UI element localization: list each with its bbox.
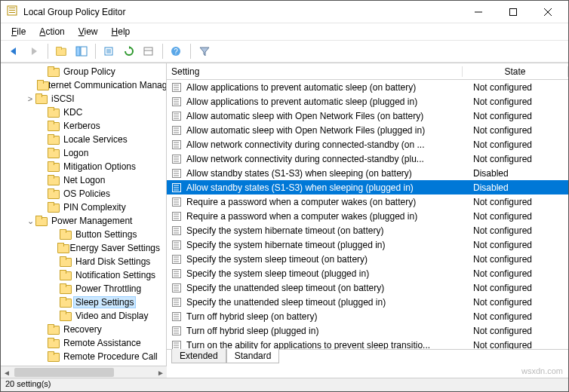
- policy-state-label: Disabled: [463, 182, 568, 193]
- policy-setting-label: Allow network connectivity during connec…: [186, 139, 425, 150]
- folder-icon: [60, 311, 72, 321]
- tree-item[interactable]: OS Policies: [1, 187, 166, 201]
- column-header-setting[interactable]: Setting: [167, 66, 463, 77]
- tree-item[interactable]: ⌄Power Management: [1, 214, 166, 228]
- policy-row[interactable]: Allow network connectivity during connec…: [167, 137, 568, 152]
- tree-item[interactable]: Recovery: [1, 323, 166, 336]
- policy-row[interactable]: Specify the system hibernate timeout (pl…: [167, 237, 568, 252]
- refresh-button[interactable]: [120, 43, 138, 60]
- svg-rect-2: [9, 10, 15, 11]
- tree-item[interactable]: Power Throttling: [1, 282, 166, 296]
- tree-item-label: Mitigation Options: [62, 161, 137, 172]
- tab-extended[interactable]: Extended: [171, 349, 226, 363]
- folder-icon: [48, 121, 60, 131]
- folder-icon: [60, 229, 72, 240]
- policy-setting-label: Specify the system hibernate timeout (pl…: [186, 240, 385, 250]
- policy-row[interactable]: Allow network connectivity during connec…: [167, 152, 568, 166]
- policy-state-label: Not configured: [463, 297, 568, 308]
- policy-list[interactable]: Allow applications to prevent automatic …: [167, 80, 568, 349]
- folder-icon: [48, 107, 60, 118]
- menu-action[interactable]: Action: [33, 25, 70, 38]
- tree-item[interactable]: >iSCSI: [1, 92, 166, 106]
- policy-row[interactable]: Turn on the ability for applications to …: [167, 338, 568, 349]
- tree-panel[interactable]: Group PolicyInternet Communication Manag…: [1, 63, 167, 366]
- svg-rect-5: [510, 8, 517, 15]
- separator: [162, 44, 163, 59]
- tree-item[interactable]: Kerberos: [1, 119, 166, 133]
- policy-row[interactable]: Require a password when a computer wakes…: [167, 209, 568, 223]
- policy-row[interactable]: Specify the system sleep timeout (on bat…: [167, 252, 568, 266]
- maximize-button[interactable]: [496, 2, 531, 23]
- policy-row[interactable]: Allow applications to prevent automatic …: [167, 80, 568, 94]
- tree-item[interactable]: Remote Assistance: [1, 336, 166, 350]
- column-header-state[interactable]: State: [463, 66, 568, 77]
- folder-icon: [60, 283, 72, 294]
- tree-item[interactable]: Locale Services: [1, 133, 166, 146]
- tree-item[interactable]: Net Logon: [1, 173, 166, 187]
- filter-button[interactable]: [195, 43, 214, 60]
- tab-standard[interactable]: Standard: [226, 349, 280, 363]
- policy-setting-label: Specify the system hibernate timeout (on…: [186, 225, 383, 236]
- app-icon: [7, 5, 19, 19]
- tree-item[interactable]: Sleep Settings: [1, 296, 166, 309]
- tree-item[interactable]: Group Policy: [1, 65, 166, 78]
- tree-item[interactable]: PIN Complexity: [1, 201, 166, 214]
- toolbar: ?: [1, 40, 568, 63]
- policy-row[interactable]: Allow automatic sleep with Open Network …: [167, 123, 568, 137]
- policy-setting-label: Allow standby states (S1-S3) when sleepi…: [186, 182, 414, 193]
- list-header: Setting State: [167, 63, 568, 80]
- policy-state-label: Not configured: [463, 82, 568, 93]
- up-button[interactable]: [53, 43, 71, 60]
- back-button[interactable]: [5, 43, 23, 60]
- tree-item[interactable]: Energy Saver Settings: [1, 241, 166, 255]
- policy-row[interactable]: Specify the unattended sleep timeout (pl…: [167, 295, 568, 309]
- menu-view[interactable]: View: [72, 25, 104, 38]
- tree-item[interactable]: Notification Settings: [1, 268, 166, 282]
- tree-item[interactable]: Button Settings: [1, 228, 166, 241]
- policy-setting-label: Specify the system sleep timeout (on bat…: [186, 254, 368, 265]
- tree-item[interactable]: Logon: [1, 146, 166, 160]
- folder-icon: [48, 338, 60, 348]
- tree-item-label: Remote Procedure Call: [62, 351, 159, 362]
- tree-item-label: Notification Settings: [74, 270, 157, 280]
- menu-file[interactable]: File: [5, 25, 32, 38]
- policy-row[interactable]: Allow standby states (S1-S3) when sleepi…: [167, 166, 568, 180]
- forward-button[interactable]: [25, 43, 43, 60]
- folder-icon: [35, 93, 48, 104]
- tree-item[interactable]: KDC: [1, 106, 166, 119]
- minimize-button[interactable]: [461, 2, 496, 23]
- menu-help[interactable]: Help: [106, 25, 137, 38]
- policy-setting-label: Allow applications to prevent automatic …: [186, 96, 417, 107]
- folder-icon: [48, 202, 60, 213]
- policy-row[interactable]: Allow automatic sleep with Open Network …: [167, 109, 568, 123]
- tree-item[interactable]: Internet Communication Management: [1, 78, 166, 92]
- folder-icon: [57, 243, 66, 253]
- policy-row[interactable]: Specify the system hibernate timeout (on…: [167, 223, 568, 237]
- policy-row[interactable]: Specify the unattended sleep timeout (on…: [167, 280, 568, 295]
- policy-row[interactable]: Require a password when a computer wakes…: [167, 194, 568, 209]
- policy-state-label: Disabled: [463, 168, 568, 179]
- tree-item-label: Group Policy: [62, 66, 117, 77]
- policy-state-label: Not configured: [463, 154, 568, 164]
- tree-item[interactable]: Video and Display: [1, 309, 166, 323]
- properties-button[interactable]: [140, 43, 158, 60]
- help-button[interactable]: ?: [168, 43, 186, 60]
- tree-item-label: Internet Communication Management: [39, 80, 167, 90]
- close-button[interactable]: [531, 2, 565, 23]
- tree-horizontal-scrollbar[interactable]: ◄►: [1, 366, 167, 378]
- policy-row[interactable]: Specify the system sleep timeout (plugge…: [167, 266, 568, 280]
- policy-row[interactable]: Allow applications to prevent automatic …: [167, 94, 568, 109]
- tree-item[interactable]: Remote Procedure Call: [1, 350, 166, 363]
- policy-state-label: Not configured: [463, 111, 568, 121]
- tree-item[interactable]: Hard Disk Settings: [1, 255, 166, 268]
- collapse-icon[interactable]: ⌄: [25, 216, 35, 226]
- policy-setting-label: Specify the system sleep timeout (plugge…: [186, 268, 369, 279]
- expand-icon[interactable]: >: [25, 94, 35, 103]
- show-hide-tree-button[interactable]: [72, 43, 91, 60]
- tree-item[interactable]: Mitigation Options: [1, 160, 166, 173]
- export-list-button[interactable]: [100, 43, 118, 60]
- policy-row[interactable]: Turn off hybrid sleep (on battery)Not co…: [167, 309, 568, 323]
- policy-row[interactable]: Turn off hybrid sleep (plugged in)Not co…: [167, 323, 568, 338]
- tree-item-label: Energy Saver Settings: [69, 243, 161, 253]
- policy-row[interactable]: Allow standby states (S1-S3) when sleepi…: [167, 180, 568, 194]
